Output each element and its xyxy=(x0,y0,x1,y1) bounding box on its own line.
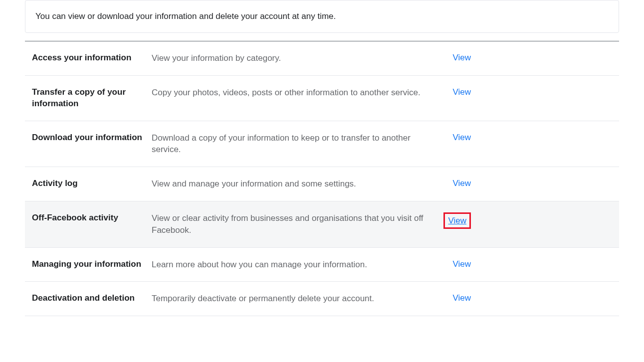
settings-title: Off-Facebook activity xyxy=(32,212,152,224)
settings-desc: Learn more about how you can manage your… xyxy=(152,259,431,271)
settings-row-transfer-copy: Transfer a copy of your information Copy… xyxy=(25,76,619,121)
settings-row-off-facebook-activity: Off-Facebook activity View or clear acti… xyxy=(25,201,619,248)
info-banner-text: You can view or download your informatio… xyxy=(35,11,336,21)
settings-row-access-your-information: Access your information View your inform… xyxy=(25,41,619,76)
settings-title: Managing your information xyxy=(32,259,152,270)
view-link-activity-log[interactable]: View xyxy=(452,178,471,189)
settings-desc: Temporarily deactivate or permanently de… xyxy=(152,293,431,305)
settings-action: View xyxy=(431,178,471,189)
settings-title: Transfer a copy of your information xyxy=(32,87,152,110)
view-link-access-your-information[interactable]: View xyxy=(452,52,471,64)
settings-desc: View or clear activity from businesses a… xyxy=(152,212,431,236)
settings-action: View xyxy=(431,52,471,64)
view-link-off-facebook-activity[interactable]: View xyxy=(448,215,466,227)
settings-row-managing-information: Managing your information Learn more abo… xyxy=(25,248,619,282)
settings-row-deactivation-deletion: Deactivation and deletion Temporarily de… xyxy=(25,282,619,316)
settings-desc: Download a copy of your information to k… xyxy=(152,132,431,156)
view-link-transfer-copy[interactable]: View xyxy=(452,87,471,98)
view-link-download-information[interactable]: View xyxy=(452,132,471,144)
settings-action: View xyxy=(431,212,471,229)
settings-action: View xyxy=(431,87,471,98)
view-link-deactivation-deletion[interactable]: View xyxy=(452,293,471,304)
settings-desc: View and manage your information and som… xyxy=(152,178,431,190)
view-link-managing-information[interactable]: View xyxy=(452,259,471,270)
info-banner: You can view or download your informatio… xyxy=(25,0,619,33)
settings-title: Deactivation and deletion xyxy=(32,293,152,304)
settings-row-download-information: Download your information Download a cop… xyxy=(25,121,619,168)
settings-desc: Copy your photos, videos, posts or other… xyxy=(152,87,431,99)
settings-action: View xyxy=(431,259,471,270)
settings-title: Access your information xyxy=(32,52,152,64)
settings-desc: View your information by category. xyxy=(152,52,431,64)
settings-action: View xyxy=(431,132,471,144)
settings-action: View xyxy=(431,293,471,304)
settings-title: Activity log xyxy=(32,178,152,189)
settings-row-activity-log: Activity log View and manage your inform… xyxy=(25,167,619,201)
settings-title: Download your information xyxy=(32,132,152,144)
highlight-callout: View xyxy=(443,212,471,229)
